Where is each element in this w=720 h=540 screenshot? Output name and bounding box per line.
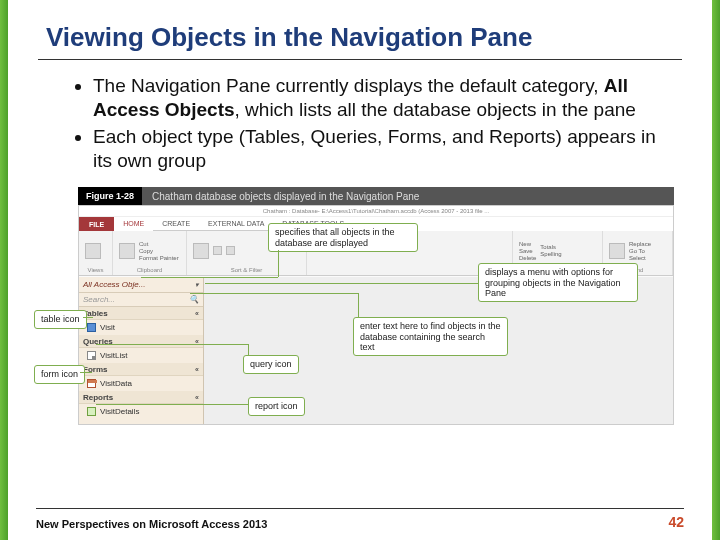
delete-button[interactable]: Delete xyxy=(519,255,536,261)
bullet-2: Each object type (Tables, Queries, Forms… xyxy=(93,125,672,174)
frame-left xyxy=(0,0,8,540)
copy-button[interactable]: Copy xyxy=(139,248,179,254)
callout-query-icon: query icon xyxy=(243,355,299,373)
window-titlebar: Chatham : Database- E:\Access1\Tutorial\… xyxy=(79,206,673,217)
title-rule xyxy=(38,59,682,60)
search-icon[interactable]: 🔍 xyxy=(189,295,199,304)
paste-icon[interactable] xyxy=(119,243,135,259)
callout-report-icon: report icon xyxy=(248,397,305,415)
totals-button[interactable]: Totals xyxy=(540,244,561,250)
goto-button[interactable]: Go To xyxy=(629,248,651,254)
bullet-1: The Navigation Pane currently displays t… xyxy=(93,74,672,123)
format-painter-button[interactable]: Format Painter xyxy=(139,255,179,261)
find-icon[interactable] xyxy=(609,243,625,259)
callout-menu-options: displays a menu with options for groupin… xyxy=(478,263,638,302)
leader-line xyxy=(278,250,279,277)
leader-line xyxy=(83,317,93,318)
report-icon xyxy=(87,407,96,416)
leader-line xyxy=(141,277,278,278)
spelling-button[interactable]: Spelling xyxy=(540,251,561,257)
sort-asc-icon[interactable] xyxy=(213,246,222,255)
collapse-icon: « xyxy=(195,394,199,401)
chevron-down-icon[interactable]: ▾ xyxy=(195,281,199,289)
select-button[interactable]: Select xyxy=(629,255,651,261)
ribbon-group-clipboard: Cut Copy Format Painter Clipboard xyxy=(113,231,187,275)
save-button[interactable]: Save xyxy=(519,248,536,254)
nav-group-queries[interactable]: Queries « xyxy=(79,335,203,348)
nav-group-tables[interactable]: Tables « xyxy=(79,307,203,320)
figure: Figure 1-28 Chatham database objects dis… xyxy=(78,187,674,442)
leader-line xyxy=(358,293,359,317)
nav-group-forms[interactable]: Forms « xyxy=(79,363,203,376)
frame-right xyxy=(712,0,720,540)
tab-create[interactable]: CREATE xyxy=(153,217,199,231)
nav-item-visitlist-query[interactable]: VisitList xyxy=(79,348,203,363)
nav-category-header[interactable]: All Access Obje... ▾ xyxy=(79,277,203,293)
table-icon xyxy=(87,323,96,332)
tab-home[interactable]: HOME xyxy=(114,217,153,231)
collapse-icon: « xyxy=(195,310,199,317)
leader-line xyxy=(205,283,478,284)
callout-search-text: enter text here to find objects in the d… xyxy=(353,317,508,356)
sort-desc-icon[interactable] xyxy=(226,246,235,255)
tab-file[interactable]: FILE xyxy=(79,217,114,231)
collapse-icon: « xyxy=(195,366,199,373)
callout-all-objects: specifies that all objects in the databa… xyxy=(268,223,418,252)
slide-content: Viewing Objects in the Navigation Pane T… xyxy=(8,0,712,540)
tab-external-data[interactable]: EXTERNAL DATA xyxy=(199,217,273,231)
nav-item-visitdetails-report[interactable]: VisitDetails xyxy=(79,404,203,419)
replace-button[interactable]: Replace xyxy=(629,241,651,247)
ribbon-group-views: Views xyxy=(79,231,113,275)
figure-caption: Chatham database objects displayed in th… xyxy=(142,187,674,205)
leader-line xyxy=(248,344,249,356)
figure-label: Figure 1-28 xyxy=(78,191,142,201)
nav-search-box[interactable]: Search... 🔍 xyxy=(79,293,203,307)
callout-form-icon: form icon xyxy=(34,365,85,383)
query-icon xyxy=(87,351,96,360)
leader-line xyxy=(190,293,358,294)
view-icon[interactable] xyxy=(85,243,101,259)
nav-group-reports[interactable]: Reports « xyxy=(79,391,203,404)
figure-header: Figure 1-28 Chatham database objects dis… xyxy=(78,187,674,205)
form-icon xyxy=(87,379,96,388)
bullet-list: The Navigation Pane currently displays t… xyxy=(93,74,672,173)
leader-line xyxy=(80,372,92,373)
footer-rule xyxy=(36,508,684,509)
book-title: New Perspectives on Microsoft Access 201… xyxy=(36,518,267,530)
leader-line xyxy=(96,344,248,345)
callout-table-icon: table icon xyxy=(34,310,87,328)
leader-line xyxy=(96,404,248,405)
slide-title: Viewing Objects in the Navigation Pane xyxy=(46,22,682,53)
nav-item-visitdata-form[interactable]: VisitData xyxy=(79,376,203,391)
page-number: 42 xyxy=(668,514,684,530)
filter-icon[interactable] xyxy=(193,243,209,259)
slide-footer: New Perspectives on Microsoft Access 201… xyxy=(8,514,712,530)
nav-item-visit-table[interactable]: Visit xyxy=(79,320,203,335)
navigation-pane: All Access Obje... ▾ Search... 🔍 Tables … xyxy=(79,277,204,424)
new-button[interactable]: New xyxy=(519,241,536,247)
cut-button[interactable]: Cut xyxy=(139,241,179,247)
